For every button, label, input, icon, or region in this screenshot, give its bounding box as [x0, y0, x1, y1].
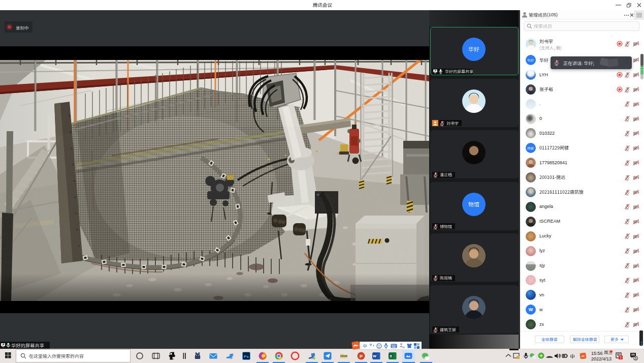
svg-text:Ps: Ps: [244, 354, 249, 359]
svg-text:5: 5: [635, 356, 637, 360]
svg-text:P: P: [360, 354, 363, 359]
svg-text:X: X: [390, 354, 392, 358]
svg-text:7: 7: [620, 356, 622, 359]
svg-text:W: W: [373, 354, 377, 358]
